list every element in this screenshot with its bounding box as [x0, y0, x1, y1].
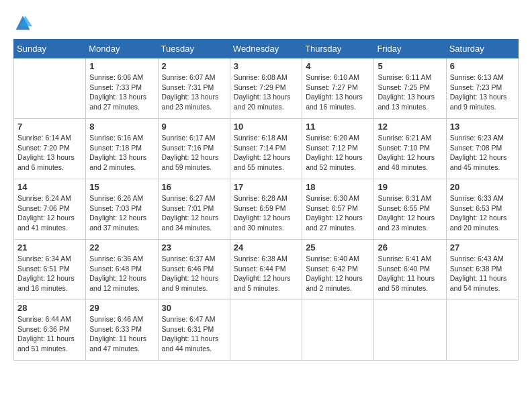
- day-info: Sunrise: 6:47 AMSunset: 6:31 PMDaylight:…: [162, 314, 226, 354]
- day-info: Sunrise: 6:33 AMSunset: 6:53 PMDaylight:…: [450, 193, 515, 233]
- day-info: Sunrise: 6:23 AMSunset: 7:08 PMDaylight:…: [450, 133, 515, 173]
- calendar-cell: 27Sunrise: 6:43 AMSunset: 6:38 PMDayligh…: [446, 240, 518, 300]
- calendar-cell: 8Sunrise: 6:16 AMSunset: 7:18 PMDaylight…: [86, 119, 158, 179]
- day-info: Sunrise: 6:10 AMSunset: 7:27 PMDaylight:…: [306, 73, 370, 112]
- day-number: 22: [89, 242, 154, 253]
- day-info: Sunrise: 6:37 AMSunset: 6:46 PMDaylight:…: [162, 254, 226, 293]
- calendar-cell: 24Sunrise: 6:38 AMSunset: 6:44 PMDayligh…: [230, 240, 302, 300]
- day-number: 3: [234, 61, 298, 71]
- calendar-cell: 7Sunrise: 6:14 AMSunset: 7:20 PMDaylight…: [14, 119, 86, 179]
- day-number: 29: [89, 303, 154, 313]
- calendar-cell: 30Sunrise: 6:47 AMSunset: 6:31 PMDayligh…: [158, 300, 230, 361]
- day-number: 5: [378, 61, 442, 71]
- day-info: Sunrise: 6:38 AMSunset: 6:44 PMDaylight:…: [234, 254, 298, 293]
- day-number: 20: [450, 182, 515, 192]
- calendar-cell: 25Sunrise: 6:40 AMSunset: 6:42 PMDayligh…: [302, 240, 374, 300]
- day-info: Sunrise: 6:17 AMSunset: 7:16 PMDaylight:…: [162, 133, 226, 173]
- day-info: Sunrise: 6:31 AMSunset: 6:55 PMDaylight:…: [378, 193, 442, 233]
- day-info: Sunrise: 6:13 AMSunset: 7:23 PMDaylight:…: [450, 73, 515, 112]
- weekday-header: Monday: [86, 40, 158, 58]
- logo-icon: [13, 13, 32, 32]
- calendar-cell: 18Sunrise: 6:30 AMSunset: 6:57 PMDayligh…: [302, 179, 374, 240]
- weekday-header: Friday: [374, 40, 446, 58]
- day-info: Sunrise: 6:28 AMSunset: 6:59 PMDaylight:…: [234, 193, 298, 233]
- day-info: Sunrise: 6:24 AMSunset: 7:06 PMDaylight:…: [17, 193, 82, 233]
- calendar-cell: 2Sunrise: 6:07 AMSunset: 7:31 PMDaylight…: [158, 58, 230, 119]
- day-number: 12: [378, 122, 442, 132]
- calendar-cell: 10Sunrise: 6:18 AMSunset: 7:14 PMDayligh…: [230, 119, 302, 179]
- day-number: 28: [17, 303, 82, 313]
- day-info: Sunrise: 6:08 AMSunset: 7:29 PMDaylight:…: [234, 73, 298, 112]
- calendar-cell: 14Sunrise: 6:24 AMSunset: 7:06 PMDayligh…: [14, 179, 86, 240]
- day-number: 17: [234, 182, 298, 192]
- calendar-cell: [230, 300, 302, 361]
- day-info: Sunrise: 6:11 AMSunset: 7:25 PMDaylight:…: [378, 73, 442, 112]
- day-info: Sunrise: 6:16 AMSunset: 7:18 PMDaylight:…: [89, 133, 154, 173]
- day-info: Sunrise: 6:18 AMSunset: 7:14 PMDaylight:…: [234, 133, 298, 173]
- calendar-cell: 20Sunrise: 6:33 AMSunset: 6:53 PMDayligh…: [446, 179, 518, 240]
- calendar-cell: 13Sunrise: 6:23 AMSunset: 7:08 PMDayligh…: [446, 119, 518, 179]
- day-info: Sunrise: 6:21 AMSunset: 7:10 PMDaylight:…: [378, 133, 442, 173]
- day-info: Sunrise: 6:46 AMSunset: 6:33 PMDaylight:…: [89, 314, 154, 354]
- calendar-cell: 9Sunrise: 6:17 AMSunset: 7:16 PMDaylight…: [158, 119, 230, 179]
- day-number: 24: [234, 242, 298, 253]
- weekday-header: Thursday: [302, 40, 374, 58]
- day-number: 4: [306, 61, 370, 71]
- weekday-header: Saturday: [446, 40, 518, 58]
- day-number: 8: [89, 122, 154, 132]
- calendar-cell: 21Sunrise: 6:34 AMSunset: 6:51 PMDayligh…: [14, 240, 86, 300]
- day-info: Sunrise: 6:30 AMSunset: 6:57 PMDaylight:…: [306, 193, 370, 233]
- calendar-cell: [14, 58, 86, 119]
- day-number: 2: [162, 61, 226, 71]
- calendar-week-row: 7Sunrise: 6:14 AMSunset: 7:20 PMDaylight…: [14, 119, 519, 179]
- day-info: Sunrise: 6:06 AMSunset: 7:33 PMDaylight:…: [89, 73, 154, 112]
- calendar-cell: 5Sunrise: 6:11 AMSunset: 7:25 PMDaylight…: [374, 58, 446, 119]
- page-header: [13, 13, 519, 32]
- calendar-cell: [302, 300, 374, 361]
- day-number: 1: [89, 61, 154, 71]
- day-number: 19: [378, 182, 442, 192]
- day-info: Sunrise: 6:20 AMSunset: 7:12 PMDaylight:…: [306, 133, 370, 173]
- calendar-cell: [374, 300, 446, 361]
- calendar-cell: 6Sunrise: 6:13 AMSunset: 7:23 PMDaylight…: [446, 58, 518, 119]
- calendar-week-row: 1Sunrise: 6:06 AMSunset: 7:33 PMDaylight…: [14, 58, 519, 119]
- day-info: Sunrise: 6:27 AMSunset: 7:01 PMDaylight:…: [162, 193, 226, 233]
- calendar-cell: 4Sunrise: 6:10 AMSunset: 7:27 PMDaylight…: [302, 58, 374, 119]
- calendar-cell: 23Sunrise: 6:37 AMSunset: 6:46 PMDayligh…: [158, 240, 230, 300]
- calendar-cell: 3Sunrise: 6:08 AMSunset: 7:29 PMDaylight…: [230, 58, 302, 119]
- calendar-week-row: 21Sunrise: 6:34 AMSunset: 6:51 PMDayligh…: [14, 240, 519, 300]
- calendar-cell: [446, 300, 518, 361]
- day-info: Sunrise: 6:07 AMSunset: 7:31 PMDaylight:…: [162, 73, 226, 112]
- calendar-cell: 1Sunrise: 6:06 AMSunset: 7:33 PMDaylight…: [86, 58, 158, 119]
- weekday-header-row: SundayMondayTuesdayWednesdayThursdayFrid…: [14, 40, 519, 58]
- day-number: 27: [450, 242, 515, 253]
- day-info: Sunrise: 6:44 AMSunset: 6:36 PMDaylight:…: [17, 314, 82, 354]
- day-info: Sunrise: 6:34 AMSunset: 6:51 PMDaylight:…: [17, 254, 82, 293]
- day-number: 23: [162, 242, 226, 253]
- calendar-cell: 11Sunrise: 6:20 AMSunset: 7:12 PMDayligh…: [302, 119, 374, 179]
- day-number: 6: [450, 61, 515, 71]
- day-number: 18: [306, 182, 370, 192]
- calendar-cell: 26Sunrise: 6:41 AMSunset: 6:40 PMDayligh…: [374, 240, 446, 300]
- day-info: Sunrise: 6:41 AMSunset: 6:40 PMDaylight:…: [378, 254, 442, 293]
- day-number: 30: [162, 303, 226, 313]
- calendar-cell: 12Sunrise: 6:21 AMSunset: 7:10 PMDayligh…: [374, 119, 446, 179]
- weekday-header: Wednesday: [230, 40, 302, 58]
- calendar-cell: 22Sunrise: 6:36 AMSunset: 6:48 PMDayligh…: [86, 240, 158, 300]
- day-number: 13: [450, 122, 515, 132]
- calendar-cell: 16Sunrise: 6:27 AMSunset: 7:01 PMDayligh…: [158, 179, 230, 240]
- day-number: 21: [17, 242, 82, 253]
- day-info: Sunrise: 6:40 AMSunset: 6:42 PMDaylight:…: [306, 254, 370, 293]
- weekday-header: Tuesday: [158, 40, 230, 58]
- calendar-cell: 17Sunrise: 6:28 AMSunset: 6:59 PMDayligh…: [230, 179, 302, 240]
- day-info: Sunrise: 6:43 AMSunset: 6:38 PMDaylight:…: [450, 254, 515, 293]
- day-number: 7: [17, 122, 82, 132]
- day-info: Sunrise: 6:36 AMSunset: 6:48 PMDaylight:…: [89, 254, 154, 293]
- logo: [13, 13, 35, 32]
- calendar-cell: 29Sunrise: 6:46 AMSunset: 6:33 PMDayligh…: [86, 300, 158, 361]
- calendar-cell: 28Sunrise: 6:44 AMSunset: 6:36 PMDayligh…: [14, 300, 86, 361]
- day-number: 15: [89, 182, 154, 192]
- calendar-cell: 19Sunrise: 6:31 AMSunset: 6:55 PMDayligh…: [374, 179, 446, 240]
- day-number: 10: [234, 122, 298, 132]
- weekday-header: Sunday: [14, 40, 86, 58]
